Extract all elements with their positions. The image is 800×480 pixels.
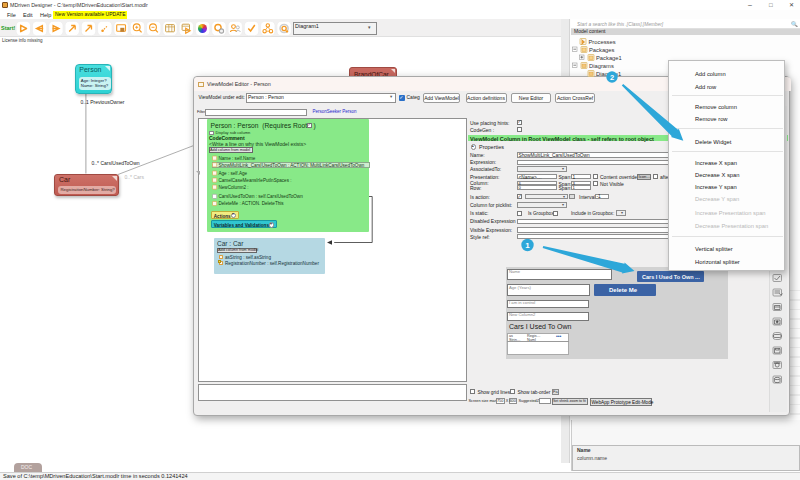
svg-text:2: 2 xyxy=(610,73,614,82)
svg-text:1: 1 xyxy=(525,241,530,250)
